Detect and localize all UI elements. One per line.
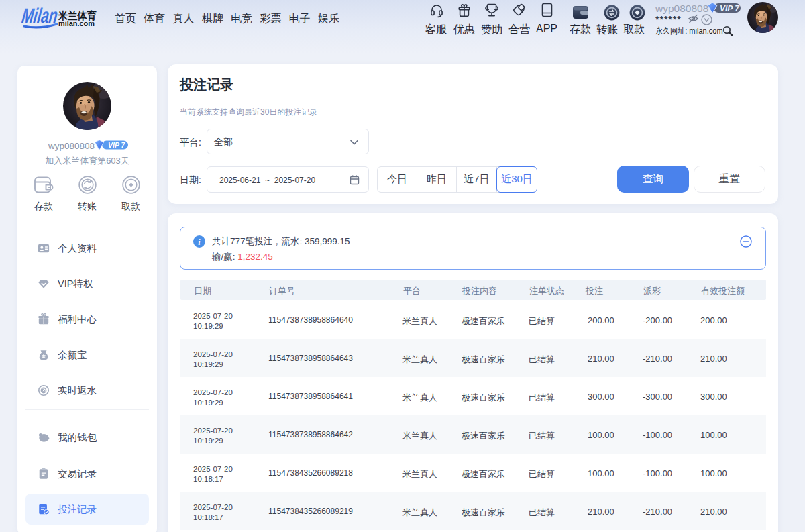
svg-text:VIP 7: VIP 7 xyxy=(720,4,740,13)
svg-text:VIP 7: VIP 7 xyxy=(108,141,125,149)
svg-text:Milan: Milan xyxy=(21,4,60,28)
svg-text:milan.com: milan.com xyxy=(58,19,95,28)
